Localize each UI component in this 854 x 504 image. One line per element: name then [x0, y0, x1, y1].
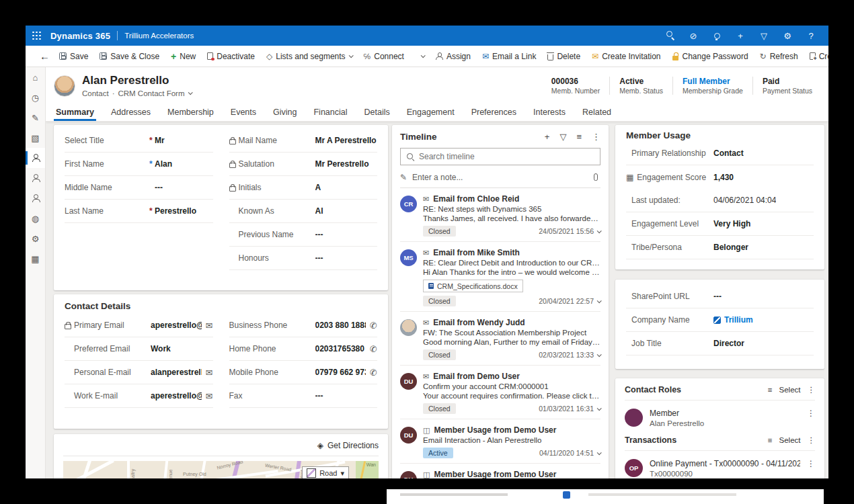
tab-events[interactable]: Events	[230, 105, 257, 121]
field-engagement-level[interactable]: Engagement Level Very High	[626, 212, 814, 236]
timeline-entry[interactable]: DU ✉Email from Demo User Confirm your ac…	[400, 366, 600, 419]
email-icon[interactable]: ✉	[206, 391, 213, 401]
select-button[interactable]: Select	[779, 386, 801, 394]
sidebar-item-recent[interactable]: ◷	[26, 87, 45, 108]
map-type-selector[interactable]: Road ▾	[302, 466, 349, 478]
lightbulb-icon[interactable]	[711, 31, 722, 41]
tab-preferences[interactable]: Preferences	[471, 105, 517, 121]
field-initials[interactable]: Initials A	[229, 176, 378, 200]
connect-button[interactable]: ℅Connect	[364, 52, 404, 61]
field-primary-relationship[interactable]: Primary Relationship Contact	[626, 142, 814, 165]
field-preferred-email[interactable]: Preferred Email Work	[65, 337, 213, 361]
attachment-chip[interactable]: CRM_Specifications.docx	[423, 280, 523, 292]
save-and-close-button[interactable]: Save & Close	[100, 52, 159, 61]
tab-financial[interactable]: Financial	[313, 105, 348, 121]
timeline-entry[interactable]: DU ◫Member Usage from Demo User Email In…	[400, 464, 600, 478]
field-home-phone[interactable]: Home Phone 02031765380 ✆	[229, 337, 378, 361]
sidebar-item-accounts[interactable]	[26, 168, 45, 188]
entry-date[interactable]: 01/03/2021 16:31	[539, 405, 600, 413]
create-document-button[interactable]: Create Document	[810, 52, 828, 61]
deactivate-button[interactable]: Deactivate	[207, 52, 255, 61]
tab-addresses[interactable]: Addresses	[110, 105, 151, 121]
timeline-more-icon[interactable]: ⋮	[592, 132, 600, 142]
form-selector[interactable]: CRM Contact Form	[118, 89, 184, 97]
tab-details[interactable]: Details	[364, 105, 391, 121]
lists-and-segments-button[interactable]: ◇Lists and segments	[266, 52, 352, 61]
phone-icon[interactable]: ✆	[370, 344, 377, 354]
timeline-add-icon[interactable]: +	[545, 132, 550, 142]
sidebar-item-pinned[interactable]: ✎	[26, 108, 45, 128]
chevron-down-icon[interactable]	[188, 90, 192, 95]
sidebar-item-dashboards[interactable]: ▧	[26, 128, 45, 148]
tab-membership[interactable]: Membership	[167, 105, 215, 121]
row-more-icon[interactable]: ⋮	[807, 409, 815, 427]
email-a-link-button[interactable]: ✉Email a Link	[482, 52, 536, 61]
note-entry-row[interactable]: ✎ Enter a note...	[400, 167, 600, 188]
timeline-expand-icon[interactable]: ≡	[576, 132, 582, 142]
field-previous-name[interactable]: Previous Name ---	[229, 223, 378, 247]
field-salutation[interactable]: Salutation Mr Perestrello	[229, 153, 378, 176]
connect-dropdown[interactable]	[421, 54, 424, 58]
field-job-title[interactable]: Job Title Director	[626, 332, 814, 355]
app-checker-icon[interactable]: ⊘	[688, 31, 699, 41]
delete-button[interactable]: Delete	[547, 52, 580, 61]
timeline-filter-icon[interactable]: ▽	[559, 132, 566, 142]
field-honours[interactable]: Honours ---	[229, 247, 378, 270]
app-title[interactable]: Dynamics 365	[50, 31, 110, 41]
get-directions-link[interactable]: ◈ Get Directions	[63, 441, 379, 456]
timeline-search-box[interactable]	[400, 148, 600, 165]
select-button[interactable]: Select	[779, 436, 801, 444]
entry-date[interactable]: 02/03/2021 13:33	[539, 351, 600, 359]
tab-summary[interactable]: Summary	[55, 105, 95, 121]
field-fax[interactable]: Fax ---	[229, 384, 378, 408]
tab-engagement[interactable]: Engagement	[406, 105, 455, 121]
timeline-entry[interactable]: DU ◫Member Usage from Demo User Email In…	[400, 419, 600, 464]
create-invitation-button[interactable]: ✉Create Invitation	[592, 52, 660, 61]
more-options-icon[interactable]: ⋮	[808, 435, 816, 445]
timeline-entry[interactable]: CR ✉Email from Chloe Reid RE: Next steps…	[400, 188, 600, 242]
save-button[interactable]: Save	[59, 52, 88, 61]
entry-date[interactable]: 20/04/2021 22:57	[539, 297, 600, 305]
email-icon[interactable]: ✉	[206, 321, 213, 331]
sidebar-item-members[interactable]	[26, 188, 45, 208]
field-mail-name[interactable]: Mail Name Mr A Perestrello	[229, 129, 378, 153]
field-primary-email[interactable]: Primary Email aperestrello@trilli... ✉	[65, 314, 213, 337]
settings-gear-icon[interactable]: ⚙	[782, 31, 793, 41]
field-select-title[interactable]: Select Title* Mr	[65, 129, 213, 153]
assign-button[interactable]: Assign	[436, 52, 471, 61]
field-middle-name[interactable]: Middle Name ---	[65, 176, 213, 200]
search-timeline-input[interactable]	[419, 152, 594, 161]
more-options-icon[interactable]: ⋮	[808, 385, 816, 394]
sidebar-item-web[interactable]: ◍	[26, 208, 45, 228]
field-known-as[interactable]: Known As Al	[229, 200, 378, 223]
search-icon[interactable]	[664, 30, 675, 41]
phone-icon[interactable]: ✆	[370, 321, 377, 331]
list-select-icon[interactable]: ≡	[768, 386, 773, 394]
tab-giving[interactable]: Giving	[272, 105, 297, 121]
field-work-email[interactable]: Work E-mail aperestrello@trilli... ✉	[65, 384, 213, 408]
sidebar-item-apps[interactable]: ▦	[26, 249, 45, 269]
tab-interests[interactable]: Interests	[533, 105, 566, 121]
field-personal-email[interactable]: Personal E-mail alanperestrello@g... ✉	[65, 361, 213, 384]
entry-date[interactable]: 24/05/2021 15:56	[539, 227, 600, 235]
field-engagement-score[interactable]: ▦Engagement Score 1,430	[626, 165, 814, 189]
field-tribe-persona[interactable]: Tribe/Persona Belonger	[626, 236, 814, 259]
app-launcher-icon[interactable]	[32, 32, 41, 40]
sidebar-item-home[interactable]: ⌂	[26, 67, 45, 87]
phone-icon[interactable]: ✆	[370, 368, 377, 378]
help-icon[interactable]: ?	[806, 31, 816, 41]
filter-icon[interactable]: ▽	[759, 31, 769, 41]
row-more-icon[interactable]: ⋮	[807, 459, 815, 478]
paperclip-icon[interactable]	[594, 173, 598, 181]
back-button[interactable]: ←	[40, 50, 50, 62]
list-select-icon[interactable]: ≡	[768, 436, 773, 444]
field-last-name[interactable]: Last Name* Perestrello	[65, 200, 213, 223]
tab-related[interactable]: Related	[582, 105, 612, 121]
refresh-button[interactable]: ↻Refresh	[760, 52, 798, 61]
app-area-name[interactable]: Trillium Accelerators	[124, 32, 194, 40]
timeline-entry[interactable]: ✉Email from Wendy Judd FW: The Scout Ass…	[400, 312, 600, 366]
field-company-name[interactable]: Company Name Trillium	[626, 308, 814, 332]
field-first-name[interactable]: First Name* Alan	[65, 153, 213, 176]
quick-create-plus-icon[interactable]: +	[735, 31, 746, 41]
change-password-button[interactable]: Change Password	[672, 52, 748, 61]
